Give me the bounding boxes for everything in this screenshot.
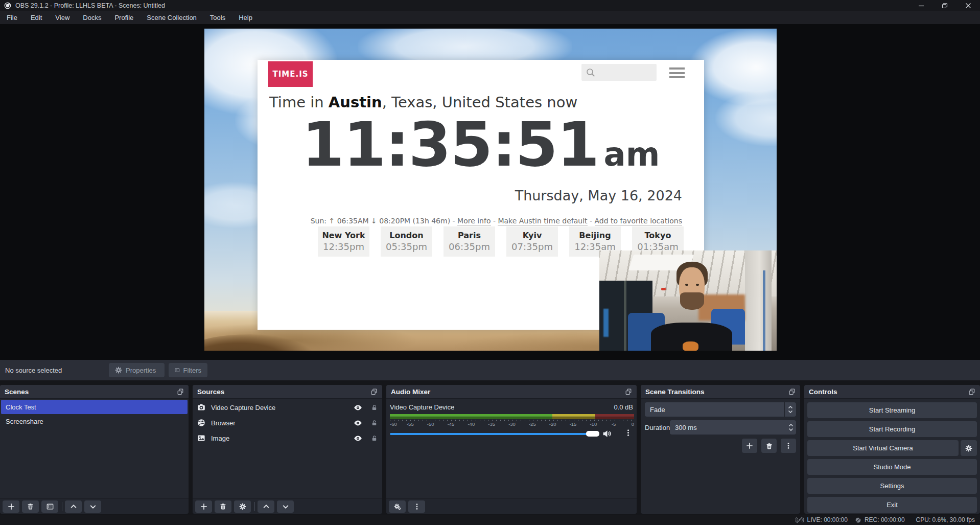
- add-source-button[interactable]: [195, 500, 212, 513]
- scene-transitions-title: Scene Transitions: [645, 388, 705, 396]
- menu-profile[interactable]: Profile: [108, 11, 140, 24]
- source-item-browser[interactable]: Browser: [193, 415, 382, 430]
- chevron-down-icon: [282, 503, 289, 510]
- city-box: Paris06:35pm: [444, 226, 495, 257]
- gears-icon: [394, 503, 401, 510]
- globe-icon: [197, 419, 206, 427]
- studio-mode-button[interactable]: Studio Mode: [807, 459, 977, 475]
- scene-item-screenshare[interactable]: Screenshare: [1, 414, 188, 428]
- add-scene-button[interactable]: [3, 500, 19, 513]
- menu-scene-collection[interactable]: Scene Collection: [140, 11, 203, 24]
- menu-docks[interactable]: Docks: [76, 11, 108, 24]
- volume-slider-handle[interactable]: [586, 431, 599, 437]
- preview-background: TIME.IS Time in Austin, Texas, United St…: [0, 24, 980, 360]
- plus-icon: [200, 503, 207, 510]
- source-item-image[interactable]: Image: [193, 430, 382, 446]
- remove-source-button[interactable]: [215, 500, 231, 513]
- menu-view[interactable]: View: [49, 11, 76, 24]
- mixer-channel-name: Video Capture Device: [390, 403, 454, 411]
- speaker-icon[interactable]: [602, 429, 611, 438]
- properties-button[interactable]: Properties: [109, 363, 165, 377]
- trash-icon: [220, 503, 226, 510]
- make-default-link: Make Austin time default: [498, 217, 587, 226]
- chevron-up-icon: [70, 503, 77, 510]
- menu-file[interactable]: File: [0, 11, 24, 24]
- timeis-heading: Time in Austin, Texas, United States now: [269, 94, 577, 111]
- select-arrows-icon[interactable]: [784, 402, 796, 417]
- cloud: [715, 90, 777, 146]
- menu-edit[interactable]: Edit: [24, 11, 49, 24]
- move-scene-down-button[interactable]: [84, 500, 101, 513]
- menu-help[interactable]: Help: [232, 11, 259, 24]
- source-properties-button[interactable]: [234, 500, 251, 513]
- exit-button[interactable]: Exit: [807, 497, 977, 513]
- add-transition-button[interactable]: [742, 439, 757, 453]
- settings-button[interactable]: Settings: [807, 478, 977, 494]
- volume-meter: [390, 417, 634, 419]
- orange-object: [683, 341, 698, 351]
- eye-icon[interactable]: [354, 419, 362, 427]
- advanced-audio-button[interactable]: [389, 500, 406, 513]
- add-favorite-link: Add to favorite locations: [595, 217, 682, 226]
- restore-button[interactable]: [933, 0, 956, 11]
- move-scene-up-button[interactable]: [65, 500, 82, 513]
- move-source-down-button[interactable]: [277, 500, 294, 513]
- filter-icon: [46, 503, 54, 510]
- start-virtual-camera-button[interactable]: Start Virtual Camera: [807, 440, 959, 456]
- popout-icon: [788, 388, 796, 395]
- eye-icon[interactable]: [354, 434, 362, 443]
- spinner-arrows-icon[interactable]: [786, 423, 796, 432]
- lock-icon[interactable]: [371, 420, 378, 426]
- transition-options-button[interactable]: [781, 439, 796, 453]
- source-toolbar: No source selected Properties Filters: [0, 360, 980, 380]
- lock-icon[interactable]: [371, 404, 378, 411]
- menu-bar: File Edit View Docks Profile Scene Colle…: [0, 11, 980, 24]
- audio-mixer-panel: Audio Mixer Video Capture Device 0.0 dB …: [386, 385, 637, 514]
- remove-transition-button[interactable]: [761, 439, 777, 453]
- image-icon: [197, 434, 206, 442]
- controls-title: Controls: [809, 388, 837, 396]
- kebab-icon: [785, 442, 792, 449]
- sources-panel: Sources Video Capture Device Browser: [193, 385, 382, 514]
- program-preview[interactable]: TIME.IS Time in Austin, Texas, United St…: [204, 29, 777, 351]
- eye-icon[interactable]: [354, 403, 362, 412]
- transition-select[interactable]: Fade: [645, 402, 796, 417]
- gear-icon: [115, 367, 122, 374]
- start-recording-button[interactable]: Start Recording: [807, 421, 977, 437]
- chevron-down-icon: [89, 503, 97, 510]
- gear-icon: [965, 445, 972, 452]
- close-button[interactable]: [956, 0, 980, 11]
- city-box: New York12:35pm: [318, 226, 369, 257]
- clock-digits: 11:35:51: [302, 109, 599, 180]
- trash-icon: [766, 443, 773, 449]
- lock-icon[interactable]: [371, 435, 378, 442]
- mixer-options-icon[interactable]: [624, 429, 632, 437]
- popout-icon: [177, 388, 184, 395]
- gear-icon: [239, 503, 246, 510]
- minimize-button[interactable]: [909, 0, 933, 11]
- mixer-db-value: 0.0 dB: [614, 403, 633, 411]
- duration-input[interactable]: 300 ms: [670, 420, 796, 435]
- scene-item-clock-test[interactable]: Clock Test: [1, 400, 188, 414]
- source-item-video-capture[interactable]: Video Capture Device: [193, 400, 382, 415]
- popout-icon: [625, 388, 632, 395]
- virtual-camera-settings-button[interactable]: [961, 440, 977, 456]
- filters-button[interactable]: Filters: [169, 363, 207, 377]
- volume-slider-track[interactable]: [390, 433, 591, 435]
- camera-icon: [197, 403, 206, 412]
- remove-scene-button[interactable]: [22, 500, 39, 513]
- move-source-up-button[interactable]: [258, 500, 274, 513]
- person-beard: [680, 292, 704, 309]
- timeis-search-box: [581, 64, 657, 81]
- filter-icon: [175, 367, 180, 374]
- scene-filters-button[interactable]: [41, 500, 58, 513]
- start-streaming-button[interactable]: Start Streaming: [807, 402, 977, 418]
- chevron-up-icon: [263, 503, 270, 510]
- popout-icon: [370, 388, 378, 395]
- city-box: London05:35pm: [381, 226, 432, 257]
- more-info-link: More info: [457, 217, 491, 226]
- dock-area: Scenes Clock Test Screenshare Sourc: [0, 380, 980, 515]
- mixer-menu-button[interactable]: [408, 500, 425, 513]
- menu-tools[interactable]: Tools: [203, 11, 232, 24]
- timeis-clock: 11:35:51am: [258, 109, 704, 180]
